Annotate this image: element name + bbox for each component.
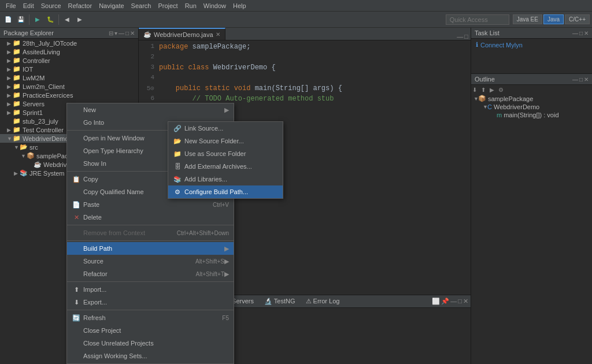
new-file-btn[interactable]: 📄 bbox=[2, 14, 14, 25]
submenu-add-libraries[interactable]: 📚 Add Libraries... bbox=[168, 173, 283, 185]
outline-item-webdriverdemo[interactable]: ▼ C WebdriverDemo bbox=[471, 103, 592, 111]
task-min-icon[interactable]: — bbox=[572, 30, 578, 36]
task-max-icon[interactable]: □ bbox=[579, 30, 583, 36]
ctx-import[interactable]: ⬆ Import... bbox=[67, 283, 234, 296]
panel-max-icon[interactable]: □ bbox=[125, 30, 129, 36]
tree-item-28th[interactable]: ▶ 📁 28th_July_IOTcode bbox=[0, 39, 138, 47]
tree-item-assited[interactable]: ▶ 📁 AssitedLiving bbox=[0, 47, 138, 56]
task-list-header: Task List — □ ✕ bbox=[471, 28, 592, 39]
type-hierarchy-icon bbox=[72, 146, 81, 155]
connect-mylyn-btn[interactable]: ℹ Connect Mylyn bbox=[471, 39, 592, 51]
export-icon: ⬇ bbox=[72, 298, 81, 307]
run-btn[interactable]: ▶ bbox=[32, 14, 43, 25]
project-icon-5: 📁 bbox=[13, 74, 21, 81]
outline-item-samplepackage[interactable]: ▼ 📦 samplePackage bbox=[471, 94, 592, 103]
task-close-icon[interactable]: ✕ bbox=[584, 30, 589, 36]
menu-run[interactable]: Run bbox=[182, 2, 200, 9]
collapse-all-icon[interactable]: ⊟ bbox=[109, 30, 113, 36]
panel-menu-icon[interactable]: ▾ bbox=[114, 30, 117, 36]
perspective-java[interactable]: Java bbox=[543, 14, 564, 24]
panel-icons: ⊟ ▾ — □ ✕ bbox=[109, 30, 135, 36]
back-btn[interactable]: ◀ bbox=[61, 14, 73, 25]
package-explorer-header: Package Explorer ⊟ ▾ — □ ✕ bbox=[0, 28, 138, 39]
project-icon-10: 📁 bbox=[13, 117, 21, 125]
outline-title: Outline bbox=[475, 76, 495, 83]
editor-min-icon[interactable]: — bbox=[457, 33, 463, 40]
add-archives-icon: 🗄 bbox=[173, 162, 182, 171]
submenu-add-external-archives[interactable]: 🗄 Add External Archives... bbox=[168, 160, 283, 173]
ctx-close-unrelated[interactable]: Close Unrelated Projects bbox=[67, 337, 234, 350]
panel-min-icon[interactable]: — bbox=[119, 30, 124, 36]
outline-btn-1[interactable]: ⬇ bbox=[472, 87, 477, 93]
submenu-use-as-source[interactable]: 📁 Use as Source Folder bbox=[168, 147, 283, 160]
menu-project[interactable]: Project bbox=[154, 2, 181, 9]
build-path-submenu: 🔗 Link Source... 📂 New Source Folder... … bbox=[168, 121, 283, 199]
ctx-paste[interactable]: 📄 Paste Ctrl+V bbox=[67, 198, 234, 211]
tree-item-lwm2m[interactable]: ▶ 📁 LwM2M bbox=[0, 73, 138, 82]
close-project-icon bbox=[72, 326, 81, 335]
info-icon: ℹ bbox=[476, 41, 478, 49]
copy-icon: 📋 bbox=[72, 174, 81, 184]
outline-max-icon[interactable]: □ bbox=[579, 76, 583, 83]
bottom-max-icon[interactable]: □ bbox=[458, 298, 462, 305]
tab-testng[interactable]: 🔬 TestNG bbox=[260, 296, 300, 306]
debug-btn[interactable]: 🐛 bbox=[45, 14, 56, 25]
outline-item-main[interactable]: m main(String[]) : void bbox=[471, 111, 592, 119]
ctx-new[interactable]: New ▶ bbox=[67, 103, 234, 116]
tree-item-practice[interactable]: ▶ 📁 PracticeExercices bbox=[0, 91, 138, 99]
outline-btn-3[interactable]: ▶ bbox=[490, 87, 494, 93]
ctx-export[interactable]: ⬇ Export... bbox=[67, 296, 234, 309]
tree-item-lwm2mclient[interactable]: ▶ 📁 Lwm2m_Client bbox=[0, 82, 138, 91]
menu-search[interactable]: Search bbox=[128, 2, 155, 9]
perspective-cpp[interactable]: C/C++ bbox=[565, 14, 590, 24]
class-icon: ☕ bbox=[34, 161, 42, 168]
new-icon bbox=[72, 105, 81, 114]
bottom-min-icon[interactable]: — bbox=[450, 298, 457, 305]
paste-icon: 📄 bbox=[72, 200, 81, 209]
outline-min-icon[interactable]: — bbox=[572, 76, 578, 83]
save-btn[interactable]: 💾 bbox=[15, 14, 27, 25]
panel-close-icon[interactable]: ✕ bbox=[130, 30, 135, 36]
outline-btn-2[interactable]: ⬆ bbox=[481, 87, 486, 93]
bottom-pin-icon[interactable]: 📌 bbox=[441, 298, 449, 305]
tab-errorlog[interactable]: ⚠ Error Log bbox=[301, 296, 345, 306]
tree-item-iot[interactable]: ▶ 📁 IOT bbox=[0, 65, 138, 73]
perspective-btns: Java EE Java C/C++ bbox=[513, 14, 590, 24]
menu-refactor[interactable]: Refactor bbox=[65, 2, 96, 9]
ctx-delete[interactable]: ✕ Delete bbox=[67, 211, 234, 224]
bottom-close-icon[interactable]: ✕ bbox=[463, 298, 468, 305]
editor-tab-webdriver[interactable]: ☕ WebdriverDemo.java ✕ bbox=[139, 28, 225, 40]
menu-edit[interactable]: Edit bbox=[20, 2, 38, 9]
menu-file[interactable]: File bbox=[2, 2, 20, 9]
editor-max-icon[interactable]: □ bbox=[464, 33, 468, 40]
menu-window[interactable]: Window bbox=[200, 2, 230, 9]
task-panel-icons: — □ ✕ bbox=[572, 30, 589, 36]
outline-btn-4[interactable]: ⚙ bbox=[498, 87, 504, 93]
submenu-configure-build-path[interactable]: ⚙ Configure Build Path... bbox=[168, 185, 283, 198]
ctx-remove-context[interactable]: Remove from Context Ctrl+Alt+Shift+Down bbox=[67, 226, 234, 239]
src-folder-icon: 📂 bbox=[20, 143, 28, 151]
submenu-link-source[interactable]: 🔗 Link Source... bbox=[168, 122, 283, 135]
tree-item-controller[interactable]: ▶ 📁 Controller bbox=[0, 56, 138, 65]
project-icon-9: 📁 bbox=[13, 109, 21, 116]
menu-help[interactable]: Help bbox=[230, 2, 250, 9]
quick-access-input[interactable] bbox=[446, 14, 509, 25]
ctx-close-project[interactable]: Close Project bbox=[67, 324, 234, 337]
tab-close-icon[interactable]: ✕ bbox=[216, 31, 220, 38]
code-line-2: 2 bbox=[139, 53, 471, 64]
ctx-sep-4 bbox=[67, 240, 234, 241]
ctx-assign-working-sets[interactable]: Assign Working Sets... bbox=[67, 350, 234, 362]
ctx-refresh[interactable]: 🔄 Refresh F5 bbox=[67, 311, 234, 324]
ctx-source[interactable]: Source Alt+Shift+S ▶ bbox=[67, 255, 234, 268]
ctx-refactor[interactable]: Refactor Alt+Shift+T ▶ bbox=[67, 268, 234, 280]
menu-navigate[interactable]: Navigate bbox=[95, 2, 127, 9]
package-icon: 📦 bbox=[27, 152, 35, 159]
menu-source[interactable]: Source bbox=[38, 2, 65, 9]
submenu-new-source-folder[interactable]: 📂 New Source Folder... bbox=[168, 135, 283, 147]
outline-close-icon[interactable]: ✕ bbox=[584, 76, 589, 83]
forward-btn[interactable]: ▶ bbox=[74, 14, 86, 25]
ctx-build-path[interactable]: Build Path ▶ bbox=[67, 242, 234, 255]
perspective-java-ee[interactable]: Java EE bbox=[513, 14, 542, 24]
bottom-clear-icon[interactable]: ⬜ bbox=[432, 298, 440, 305]
task-list-title: Task List bbox=[475, 29, 500, 36]
